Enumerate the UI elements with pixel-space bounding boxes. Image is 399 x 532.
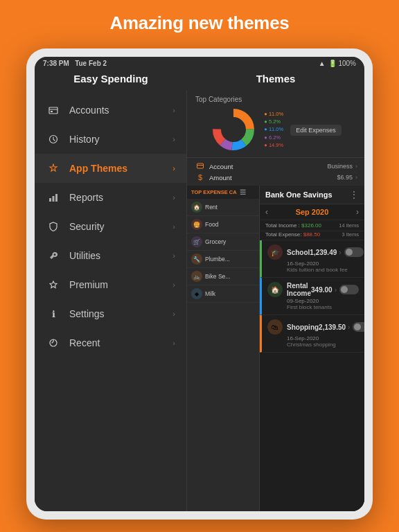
transaction-school-row: 🎓 School 1,239.49 ›	[267, 245, 359, 260]
form-row-account: Account Business ›	[194, 161, 357, 172]
recent-chevron: ›	[172, 339, 175, 347]
milk-icon: ◆	[191, 288, 202, 299]
edit-expenses-button[interactable]: Edit Expenses	[290, 125, 342, 136]
rental-trans-amount: 349.00	[311, 286, 332, 294]
utilities-label: Utilities	[69, 250, 172, 261]
bank-more-icon[interactable]: ⋮	[349, 189, 359, 200]
school-trans-name: School	[287, 249, 310, 256]
form-row-amount: $ Amount $6.95 ›	[194, 172, 357, 183]
sidebar-item-recent[interactable]: Recent ›	[35, 328, 186, 357]
shopping-trans-name: Shopping	[287, 323, 319, 331]
svg-rect-3	[49, 198, 51, 202]
app-themes-chevron: ›	[172, 164, 175, 172]
sidebar-item-accounts[interactable]: Accounts ›	[35, 96, 186, 125]
grocery-icon: 🛒	[191, 236, 202, 247]
milk-label: Milk	[205, 290, 255, 297]
bank-income-summary: Total Income : $326.00	[265, 222, 321, 229]
transaction-school-left: 🎓 School	[267, 245, 310, 260]
status-time: 7:38 PM Tue Feb 2	[43, 60, 107, 67]
sidebar-item-app-themes[interactable]: App Themes ›	[35, 154, 186, 183]
expense-list-item-grocery[interactable]: 🛒 Grocery	[187, 233, 259, 251]
grocery-label: Grocery	[205, 238, 255, 245]
school-trans-amount-row: 1,239.49 ›	[310, 247, 363, 257]
bank-expense-row: Total Expense: $88.50	[265, 231, 320, 238]
expense-list-header: TOP EXPENSE CA ☰	[187, 186, 259, 199]
plumber-icon: 🔧	[191, 254, 202, 265]
account-value[interactable]: Business	[327, 163, 353, 170]
sidebar-item-utilities[interactable]: Utilities ›	[35, 241, 186, 270]
bank-summary: Total Income : $326.00 14 Items	[260, 220, 364, 231]
accounts-icon	[46, 103, 61, 118]
school-trans-toggle[interactable]	[344, 247, 364, 257]
expense-list-menu-icon[interactable]: ☰	[240, 188, 246, 196]
premium-label: Premium	[69, 279, 172, 290]
reports-icon	[46, 190, 61, 205]
reports-label: Reports	[69, 192, 172, 203]
sidebar-item-premium[interactable]: Premium ›	[35, 270, 186, 299]
transaction-shopping[interactable]: 🛍 Shopping 2,139.50 › 16-Sep	[260, 315, 364, 353]
app-header: Easy Spending Themes	[35, 69, 364, 90]
transaction-rental[interactable]: 🏠 Rental Income 349.00 › 09-	[260, 278, 364, 315]
tablet-frame: 7:38 PM Tue Feb 2 ▲ 🔋 100% Easy Spending…	[26, 48, 373, 520]
expense-list-item-rent[interactable]: 🏠 Rent	[187, 199, 259, 216]
rental-trans-arrow: ›	[335, 286, 337, 294]
rental-trans-date: 09-Sep-2020	[267, 298, 359, 304]
account-icon	[194, 162, 206, 170]
bank-nav: ‹ Sep 2020 ›	[260, 204, 364, 220]
sidebar-item-security[interactable]: Security ›	[35, 212, 186, 241]
bank-prev-icon[interactable]: ‹	[265, 207, 268, 217]
app-themes-label: App Themes	[69, 163, 172, 174]
amount-value[interactable]: $6.95	[337, 174, 353, 181]
status-icons: ▲ 🔋 100%	[319, 60, 356, 67]
svg-rect-5	[55, 194, 57, 202]
expense-list-item-milk[interactable]: ◆ Milk	[187, 285, 259, 303]
shopping-trans-toggle[interactable]	[353, 322, 364, 332]
premium-chevron: ›	[172, 281, 175, 289]
bike-label: Bike Se...	[205, 273, 255, 280]
security-icon	[46, 219, 61, 234]
sidebar-item-settings[interactable]: ℹ Settings ›	[35, 299, 186, 328]
tablet-inner: 7:38 PM Tue Feb 2 ▲ 🔋 100% Easy Spending…	[35, 57, 364, 511]
transaction-rental-left: 🏠 Rental Income	[267, 282, 311, 297]
bank-next-icon[interactable]: ›	[356, 207, 359, 217]
security-label: Security	[69, 221, 172, 232]
security-chevron: ›	[172, 222, 175, 231]
bank-expense-value: $88.50	[303, 231, 320, 238]
main-content: Accounts › History › App	[35, 90, 364, 511]
page-title: Amazing new themes	[0, 0, 399, 44]
right-panel: Top Categories	[187, 90, 364, 511]
reports-chevron: ›	[172, 193, 175, 202]
rent-label: Rent	[205, 204, 255, 211]
food-label: Food	[205, 221, 255, 228]
expense-list-item-bike[interactable]: 🚲 Bike Se...	[187, 268, 259, 285]
shopping-trans-icon: 🛍	[267, 319, 283, 335]
accounts-label: Accounts	[69, 105, 172, 116]
history-label: History	[69, 134, 172, 145]
bank-title: Bank One Savings	[265, 190, 332, 199]
sidebar-item-reports[interactable]: Reports ›	[35, 183, 186, 212]
expense-list-item-plumber[interactable]: 🔧 Plumbe...	[187, 251, 259, 268]
app-header-right-title: Themes	[187, 73, 364, 85]
app-header-left-title: Easy Spending	[35, 73, 187, 85]
rental-trans-icon: 🏠	[267, 282, 283, 297]
donut-labels: ● 11.0% ● 5.2% ● 11.0% ● 6.2% ● 14.9%	[264, 110, 283, 149]
app-themes-icon	[46, 161, 61, 176]
shopping-trans-arrow: ›	[348, 323, 350, 331]
svg-rect-4	[53, 196, 55, 202]
utilities-icon	[46, 248, 61, 263]
sidebar-item-history[interactable]: History ›	[35, 125, 186, 154]
shopping-trans-desc: Christmas shopping	[267, 342, 359, 348]
rental-trans-toggle[interactable]	[339, 285, 359, 294]
svg-rect-0	[49, 107, 57, 114]
amount-label-text: Amount	[209, 174, 334, 181]
plumber-label: Plumbe...	[205, 256, 255, 263]
account-label-text: Account	[209, 163, 324, 170]
bike-icon: 🚲	[191, 271, 202, 282]
bank-income-value: $326.00	[301, 222, 321, 229]
expense-form: Account Business › $ Amount $6.95 ›	[187, 157, 364, 186]
transaction-school[interactable]: 🎓 School 1,239.49 › 16-Sep-2	[260, 240, 364, 278]
expense-list-item-food[interactable]: 🍔 Food	[187, 216, 259, 233]
transaction-rental-row: 🏠 Rental Income 349.00 ›	[267, 282, 359, 297]
transaction-shopping-row: 🛍 Shopping 2,139.50 ›	[267, 319, 359, 335]
rental-trans-amount-row: 349.00 ›	[311, 285, 359, 294]
